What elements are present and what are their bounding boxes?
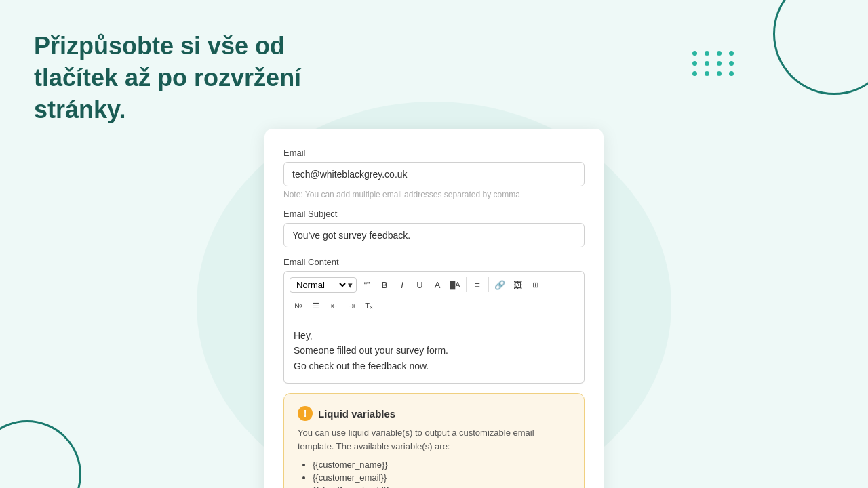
image-button[interactable]: 🖼 [509, 276, 526, 293]
ordered-list-button[interactable]: № [290, 297, 307, 314]
bg-circle-top-right [773, 0, 868, 95]
bg-circle-bottom-left [0, 420, 81, 488]
liquid-title: Liquid variables [318, 408, 395, 420]
italic-button[interactable]: I [393, 276, 411, 293]
toolbar-row-2: № ☰ ⇤ ⇥ Tₓ [290, 297, 578, 314]
list-item: {{customer_name}} [313, 460, 570, 470]
editor-toolbar: Normal Heading 1 Heading 2 Heading 3 ▾ “… [283, 271, 585, 319]
list-item: {{shopify_order_id}} [313, 485, 570, 488]
quote-button[interactable]: “” [358, 276, 376, 293]
format-select[interactable]: Normal Heading 1 Heading 2 Heading 3 [294, 279, 348, 291]
page-heading: Přizpůsobte si vše od tlačítek až po roz… [34, 30, 373, 125]
subject-field-group: Email Subject [283, 209, 585, 247]
indent-button[interactable]: ⇥ [342, 297, 360, 314]
liquid-warning-icon: ! [298, 406, 313, 421]
outdent-button[interactable]: ⇤ [325, 297, 342, 314]
email-hint: Note: You can add multiple email address… [283, 190, 585, 199]
underline-button[interactable]: U [411, 276, 429, 293]
dots-decoration [692, 51, 736, 76]
text-color-button[interactable]: A [429, 276, 446, 293]
table-button[interactable]: ⊞ [526, 276, 544, 293]
email-content-editor[interactable]: Hey, Someone filled out your survey form… [283, 319, 585, 384]
unordered-list-button[interactable]: ☰ [307, 297, 325, 314]
content-line-3: Go check out the feedback now. [294, 361, 429, 371]
content-field-group: Email Content Normal Heading 1 Heading 2… [283, 257, 585, 384]
bold-button[interactable]: B [376, 276, 393, 293]
subject-label: Email Subject [283, 209, 585, 219]
clear-format-button[interactable]: Tₓ [360, 297, 378, 314]
content-line-2: Someone filled out your survey form. [294, 345, 448, 356]
liquid-header: ! Liquid variables [298, 406, 570, 421]
email-label: Email [283, 148, 585, 158]
highlight-button[interactable]: █A [446, 276, 464, 293]
chevron-down-icon: ▾ [348, 280, 353, 290]
content-line-1: Hey, [294, 330, 313, 341]
list-item: {{customer_email}} [313, 472, 570, 483]
email-form-card: Email Note: You can add multiple email a… [264, 129, 604, 488]
liquid-variables-list: {{customer_name}} {{customer_email}} {{s… [298, 460, 570, 488]
toolbar-row-1: Normal Heading 1 Heading 2 Heading 3 ▾ “… [290, 276, 578, 293]
email-input[interactable] [283, 162, 585, 186]
format-select-wrap[interactable]: Normal Heading 1 Heading 2 Heading 3 ▾ [290, 277, 357, 293]
liquid-variables-box: ! Liquid variables You can use liquid va… [283, 393, 585, 488]
liquid-description: You can use liquid variable(s) to output… [298, 426, 570, 453]
email-field-group: Email Note: You can add multiple email a… [283, 148, 585, 199]
toolbar-divider-2 [488, 277, 489, 292]
link-button[interactable]: 🔗 [491, 276, 509, 293]
subject-input[interactable] [283, 223, 585, 247]
content-label: Email Content [283, 257, 585, 267]
toolbar-divider-1 [466, 277, 467, 292]
align-button[interactable]: ≡ [469, 276, 486, 293]
